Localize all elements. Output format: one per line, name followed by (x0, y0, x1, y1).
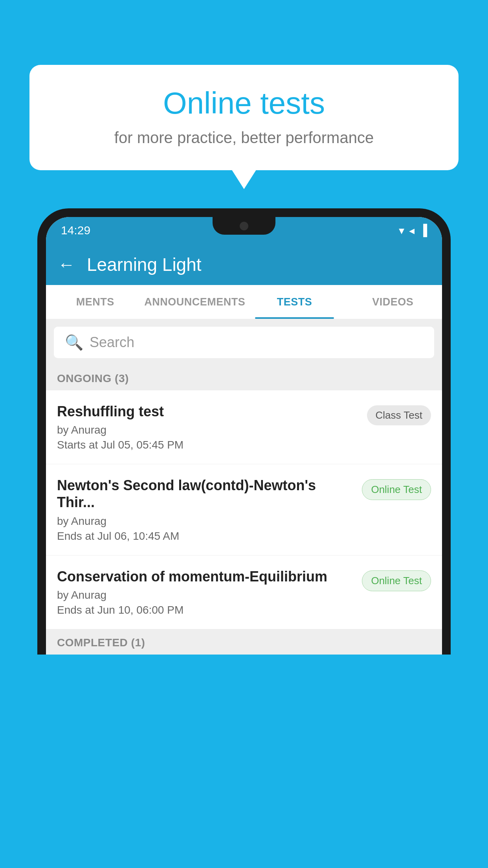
test-item-1-badge: Class Test (367, 405, 431, 425)
search-icon: 🔍 (65, 334, 83, 351)
tab-ments[interactable]: MENTS (46, 285, 144, 319)
test-item-3-content: Conservation of momentum-Equilibrium by … (57, 568, 362, 616)
search-container: 🔍 Search (46, 320, 442, 365)
tabs-bar: MENTS ANNOUNCEMENTS TESTS VIDEOS (46, 285, 442, 320)
test-item-2-date: Ends at Jul 06, 10:45 AM (57, 530, 354, 542)
test-item-3-badge: Online Test (362, 570, 431, 591)
status-icons: ▾ ◂ ▐ (399, 224, 427, 237)
app-bar: ← Learning Light (46, 244, 442, 285)
phone-outer: 14:29 ▾ ◂ ▐ ← Learning Light MENTS ANNOU… (37, 208, 451, 655)
search-placeholder: Search (90, 334, 134, 351)
speech-bubble: Online tests for more practice, better p… (29, 65, 459, 170)
test-item-3-author: by Anurag (57, 589, 354, 601)
back-button[interactable]: ← (58, 255, 75, 274)
test-item-1[interactable]: Reshuffling test by Anurag Starts at Jul… (46, 390, 442, 464)
tab-videos[interactable]: VIDEOS (344, 285, 442, 319)
status-time: 14:29 (61, 224, 90, 237)
signal-icon: ◂ (409, 224, 415, 237)
test-item-2-title: Newton's Second law(contd)-Newton's Thir… (57, 477, 354, 511)
tab-announcements[interactable]: ANNOUNCEMENTS (144, 285, 245, 319)
test-item-3[interactable]: Conservation of momentum-Equilibrium by … (46, 555, 442, 629)
speech-bubble-title: Online tests (53, 86, 435, 120)
test-item-2-content: Newton's Second law(contd)-Newton's Thir… (57, 477, 362, 542)
test-item-2-author: by Anurag (57, 515, 354, 528)
wifi-icon: ▾ (399, 224, 404, 237)
test-item-1-author: by Anurag (57, 424, 359, 436)
test-item-2[interactable]: Newton's Second law(contd)-Newton's Thir… (46, 464, 442, 555)
test-item-1-date: Starts at Jul 05, 05:45 PM (57, 439, 359, 451)
ongoing-section-header: ONGOING (3) (46, 365, 442, 390)
test-item-1-content: Reshuffling test by Anurag Starts at Jul… (57, 403, 367, 451)
tab-tests[interactable]: TESTS (245, 285, 343, 319)
completed-section-header: COMPLETED (1) (46, 629, 442, 655)
phone-wrapper: 14:29 ▾ ◂ ▐ ← Learning Light MENTS ANNOU… (37, 208, 451, 868)
search-bar[interactable]: 🔍 Search (54, 327, 434, 358)
test-item-2-badge: Online Test (362, 479, 431, 500)
app-bar-title: Learning Light (87, 254, 202, 275)
battery-icon: ▐ (419, 224, 427, 237)
test-item-3-title: Conservation of momentum-Equilibrium (57, 568, 354, 585)
camera-notch (240, 222, 248, 230)
phone-screen: 14:29 ▾ ◂ ▐ ← Learning Light MENTS ANNOU… (46, 217, 442, 655)
speech-bubble-subtitle: for more practice, better performance (53, 129, 435, 147)
test-item-1-title: Reshuffling test (57, 403, 359, 420)
test-list: Reshuffling test by Anurag Starts at Jul… (46, 390, 442, 629)
phone-notch (213, 217, 275, 235)
test-item-3-date: Ends at Jun 10, 06:00 PM (57, 604, 354, 616)
